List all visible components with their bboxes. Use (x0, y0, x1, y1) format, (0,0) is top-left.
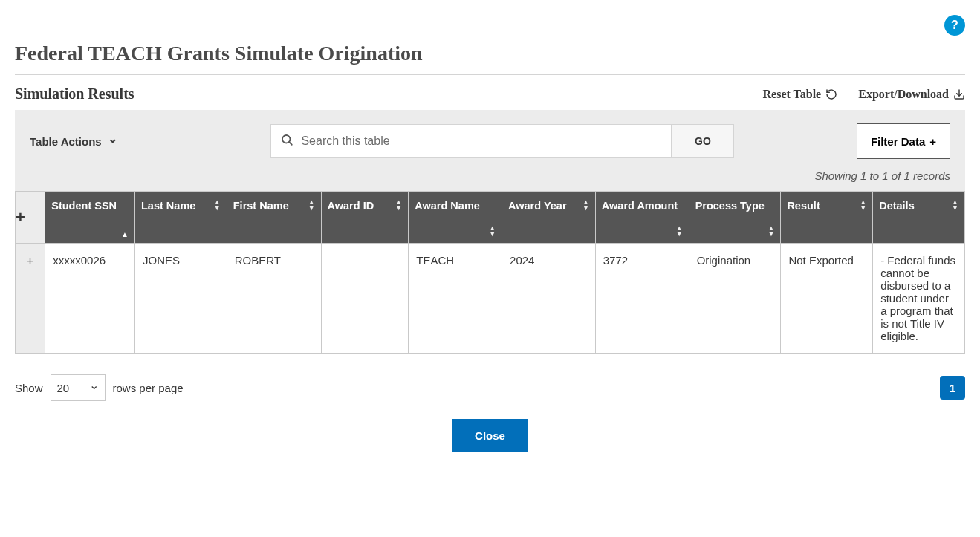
expand-all-header[interactable]: + (16, 192, 45, 244)
question-icon: ? (951, 19, 958, 32)
sort-icon: ▲▼ (308, 199, 315, 211)
column-header-result[interactable]: Result ▲▼ (781, 192, 873, 244)
sort-icon: ▲▼ (214, 199, 221, 211)
reset-table-button[interactable]: Reset Table (763, 88, 838, 101)
plus-icon: + (929, 135, 936, 148)
expand-row-button[interactable]: + (16, 244, 45, 354)
filter-data-button[interactable]: Filter Data + (857, 123, 950, 159)
page-size-select[interactable]: 20 (51, 374, 106, 401)
search-go-button[interactable]: GO (672, 124, 734, 158)
page-size-value: 20 (57, 382, 70, 394)
svg-line-2 (290, 142, 292, 144)
section-subtitle: Simulation Results (15, 85, 134, 102)
column-header-process-type[interactable]: Process Type ▲▼ (689, 192, 781, 244)
export-download-label: Export/Download (858, 88, 949, 101)
sort-icon: ▲▼ (583, 199, 589, 211)
record-count-text: Showing 1 to 1 of 1 records (30, 169, 950, 182)
column-label: Details (879, 199, 915, 213)
plus-icon: + (16, 208, 25, 227)
chevron-down-icon (89, 381, 99, 395)
help-button[interactable]: ? (944, 15, 965, 36)
column-label: Award Amount (602, 199, 678, 213)
column-label: Award Name (415, 199, 480, 213)
sort-icon: ▲▼ (395, 199, 402, 211)
download-icon (953, 88, 965, 100)
column-label: Result (787, 199, 820, 213)
column-header-award-id[interactable]: Award ID ▲▼ (321, 192, 409, 244)
sort-icon: ▲▼ (768, 225, 774, 237)
search-icon (280, 133, 293, 149)
search-input-wrapper (270, 124, 672, 158)
table-row: + xxxxx0026 JONES ROBERT TEACH 2024 3772… (16, 244, 965, 354)
cell-process-type: Origination (689, 244, 781, 354)
cell-award-name: TEACH (409, 244, 502, 354)
sort-icon: ▲▼ (489, 225, 496, 237)
table-actions-label: Table Actions (30, 135, 102, 148)
column-label: Process Type (695, 199, 765, 213)
sort-icon: ▲▼ (952, 199, 958, 211)
column-label: First Name (233, 199, 289, 213)
column-label: Last Name (141, 199, 195, 213)
column-header-last-name[interactable]: Last Name ▲▼ (135, 192, 227, 244)
results-table: + Student SSN ▲ Last Name ▲▼ First Name … (15, 191, 965, 354)
filter-data-label: Filter Data (871, 135, 925, 148)
reset-table-label: Reset Table (763, 88, 822, 101)
export-download-button[interactable]: Export/Download (858, 88, 965, 101)
cell-award-year: 2024 (502, 244, 596, 354)
column-header-first-name[interactable]: First Name ▲▼ (227, 192, 321, 244)
column-header-ssn[interactable]: Student SSN ▲ (45, 192, 135, 244)
plus-icon: + (26, 254, 34, 269)
page-number-button[interactable]: 1 (940, 376, 965, 400)
column-label: Award ID (328, 199, 374, 213)
column-header-details[interactable]: Details ▲▼ (873, 192, 965, 244)
column-label: Award Year (508, 199, 566, 213)
column-header-award-amount[interactable]: Award Amount ▲▼ (595, 192, 689, 244)
cell-details: - Federal funds cannot be disbursed to a… (873, 244, 965, 354)
sort-icon: ▲▼ (860, 199, 866, 211)
table-header-row: + Student SSN ▲ Last Name ▲▼ First Name … (16, 192, 965, 244)
search-input[interactable] (301, 134, 662, 148)
table-actions-dropdown[interactable]: Table Actions (30, 134, 149, 149)
cell-award-amount: 3772 (595, 244, 689, 354)
sort-asc-icon: ▲ (121, 230, 129, 238)
column-label: Student SSN (51, 199, 117, 213)
reset-icon (825, 88, 837, 100)
rows-per-page-label: rows per page (113, 382, 184, 394)
cell-result: Not Exported (781, 244, 873, 354)
cell-ssn: xxxxx0026 (45, 244, 135, 354)
column-header-award-year[interactable]: Award Year ▲▼ (502, 192, 596, 244)
sort-icon: ▲▼ (676, 225, 683, 237)
table-toolbar: Table Actions GO Filter Data + Showing 1… (15, 110, 965, 191)
page-title: Federal TEACH Grants Simulate Originatio… (15, 42, 965, 75)
show-label: Show (15, 382, 43, 394)
close-button[interactable]: Close (452, 419, 528, 452)
cell-first-name: ROBERT (227, 244, 321, 354)
cell-award-id (321, 244, 409, 354)
chevron-down-icon (108, 134, 117, 149)
cell-last-name: JONES (135, 244, 227, 354)
column-header-award-name[interactable]: Award Name ▲▼ (409, 192, 502, 244)
